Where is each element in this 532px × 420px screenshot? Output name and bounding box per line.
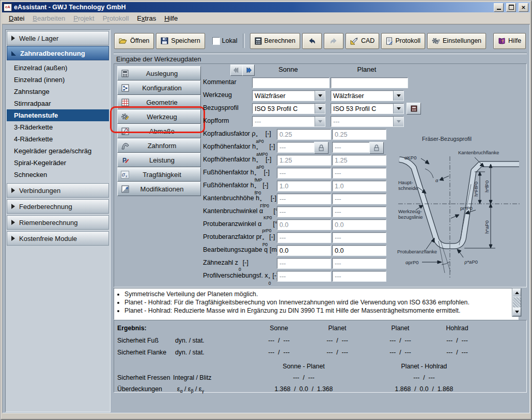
calculator-icon [411, 105, 417, 112]
kantenbruchwinkel-sonne-input: --- [277, 206, 331, 217]
scroll-up-button[interactable] [512, 288, 521, 297]
minimize-icon [497, 9, 501, 10]
dropdown-arrow-icon[interactable] [315, 104, 325, 114]
fusshoehenfaktor-fmp-sonne-input: --- [277, 168, 331, 179]
kantenbruchwinkel-planet-input: --- [332, 206, 386, 217]
dropdown-arrow-icon[interactable] [393, 104, 403, 114]
menu-datei[interactable]: Datei [5, 13, 28, 23]
profilverschiebung-sonne-input: --- [277, 271, 331, 282]
chevron-right-icon [11, 36, 15, 41]
open-button[interactable]: Öffnen [114, 33, 154, 49]
fusshoehenfaktor-fmp-planet-input: --- [332, 168, 386, 179]
kopfhoehenfaktor-ap0-sonne-input: 1.25 [277, 155, 331, 166]
open-folder-icon [119, 37, 128, 44]
sidebar-section-welle-lager[interactable]: Welle / Lager [7, 31, 109, 45]
gear-wrench-icon [432, 37, 440, 45]
lokal-checkbox[interactable] [212, 37, 220, 45]
sidebar-section-zahnradberechnung[interactable]: Zahnradberechnung [7, 46, 109, 60]
help-button[interactable]: ? Hilfe [493, 33, 526, 49]
kantenbruchhoehe-sonne-input: --- [277, 193, 331, 204]
protuberanzfaktor-sonne-input: --- [277, 232, 331, 243]
menu-extras[interactable]: Extras [133, 13, 160, 23]
werkzeug-planet-select[interactable]: Wälzfräser [331, 90, 404, 101]
form-row-werkzeug: Werkzeug Wälzfräser Wälzfräser [114, 90, 526, 101]
bezugsprofil-sonne-select[interactable]: ISO 53 Profil C [252, 103, 325, 114]
results-title: Ergebnis: [117, 325, 147, 332]
main-panel: Öffnen Speichern Lokal Berechnen [112, 29, 529, 411]
result-value: --- / --- [369, 337, 431, 344]
cad-icon [350, 37, 358, 45]
row-label: Sicherheit Fuß [117, 337, 159, 344]
kommentar-planet-input[interactable] [331, 77, 408, 88]
calculate-button[interactable]: Berechnen [250, 33, 300, 49]
sidebar-section-kostenfreie-module[interactable]: Kostenfreie Module [7, 231, 109, 246]
hint-message: Planet - Hohlrad: Für die Tragfähigkeits… [124, 298, 515, 306]
sidebar-item-4-raederkette[interactable]: 4-Räderkette [7, 133, 109, 145]
bearbeitungszugabe-sonne-input[interactable]: 0.0 [277, 245, 331, 256]
dropdown-arrow-icon[interactable] [393, 91, 403, 101]
hint-scrollbar[interactable] [512, 288, 522, 317]
field-label: Kopfform [203, 117, 231, 125]
maximize-button[interactable] [506, 3, 516, 12]
sidebar-item-zahnstange[interactable]: Zahnstange [7, 86, 109, 98]
app-window: eA eAssistant - GWJ Technology GmbH ✕ Da… [0, 0, 532, 420]
previous-pair-button[interactable] [230, 64, 243, 76]
dropdown-arrow-icon[interactable] [315, 91, 325, 101]
sidebar-item-einzelrad-innen[interactable]: Einzelrad (innen) [7, 74, 109, 86]
kommentar-sonne-input[interactable] [252, 77, 330, 88]
scrollbar-thumb[interactable] [512, 297, 521, 308]
werkzeugbezugslinie-label-2: bezugslinie [398, 214, 423, 220]
sidebar-item-einzelrad-aussen[interactable]: Einzelrad (außen) [7, 62, 109, 74]
chevron-right-icon [11, 204, 15, 209]
result-value: --- / --- [306, 337, 368, 344]
dropdown-arrow-icon [393, 117, 403, 126]
undo-button[interactable] [302, 33, 322, 49]
kantenbruchflanke-label: Kantenbruchflanke [458, 150, 499, 155]
content-area: Welle / Lager Zahnradberechnung Einzelra… [2, 24, 530, 413]
profile-calculator-button[interactable] [406, 103, 421, 115]
werkzeug-sonne-select[interactable]: Wälzfräser [252, 90, 325, 101]
scroll-down-button[interactable] [512, 308, 521, 316]
cad-button[interactable]: CAD [346, 33, 379, 49]
sidebar-section-riemenberechnung[interactable]: Riemenberechnung [7, 215, 109, 230]
minimize-button[interactable] [494, 3, 504, 12]
hauptschneide-label: Haupt- [398, 180, 413, 185]
result-value: --- / --- [426, 349, 488, 356]
h-ap0-label: h*aP0 [484, 220, 490, 234]
bezugsprofil-planet-select[interactable]: ISO 53 Profil C [331, 103, 404, 114]
save-button[interactable]: Speichern [156, 33, 205, 49]
results-header-planet2: Planet [369, 325, 431, 332]
calculator-icon [255, 37, 262, 45]
row-sublabel: εα / εβ / εγ [177, 385, 204, 394]
close-button[interactable]: ✕ [519, 3, 528, 12]
alpha-kp0-label: αKP0 [404, 155, 416, 160]
protuberanzwinkel-sonne-input: 0.0 [277, 219, 331, 230]
protokoll-button[interactable]: Protokoll [381, 33, 425, 49]
sidebar-item-schnecken[interactable]: Schnecken [7, 169, 109, 181]
redo-icon [330, 38, 338, 44]
sidebar-section-verbindungen[interactable]: Verbindungen [7, 183, 109, 198]
lokal-label: Lokal [222, 37, 238, 44]
result-value: --- / --- [306, 349, 368, 356]
results-header-planet: Planet [306, 325, 368, 332]
column-header-planet: Planet [331, 66, 403, 73]
sidebar-item-3-raederkette[interactable]: 3-Räderkette [7, 121, 109, 133]
lock-button-planet[interactable] [369, 142, 384, 154]
sidebar-section-federberechnung[interactable]: Federberechnung [7, 199, 109, 214]
row-label: Sicherheit Fressen [117, 374, 170, 381]
row-sublabel: dyn. / stat. [175, 337, 205, 344]
form-row-bezugsprofil: Bezugsprofil ISO 53 Profil C ISO 53 Prof… [114, 103, 526, 114]
tool-data-form: Auslegung Konfiguration Geometrie Werkze… [114, 63, 527, 287]
sidebar-item-stirnradpaar[interactable]: Stirnradpaar [7, 98, 109, 109]
field-label: Werkzeug [203, 91, 234, 100]
sidebar-item-spiral-kegelraeder[interactable]: Spiral-Kegelräder [7, 157, 109, 169]
sidebar-item-planetenstufe[interactable]: Planetenstufe [7, 109, 109, 121]
sidebar-item-kegelraeder[interactable]: Kegelräder gerade/schräg [7, 145, 109, 157]
lock-icon [318, 144, 324, 151]
settings-button[interactable]: Einstellungen [427, 33, 486, 49]
lock-button-sonne[interactable] [314, 142, 328, 154]
menu-hilfe[interactable]: Hilfe [160, 13, 182, 23]
bearbeitungszugabe-planet-input[interactable]: 0.0 [332, 245, 386, 256]
field-label: Bearbeitungszugabe q[mm] [203, 246, 284, 254]
field-label: Kommentar [203, 78, 239, 87]
